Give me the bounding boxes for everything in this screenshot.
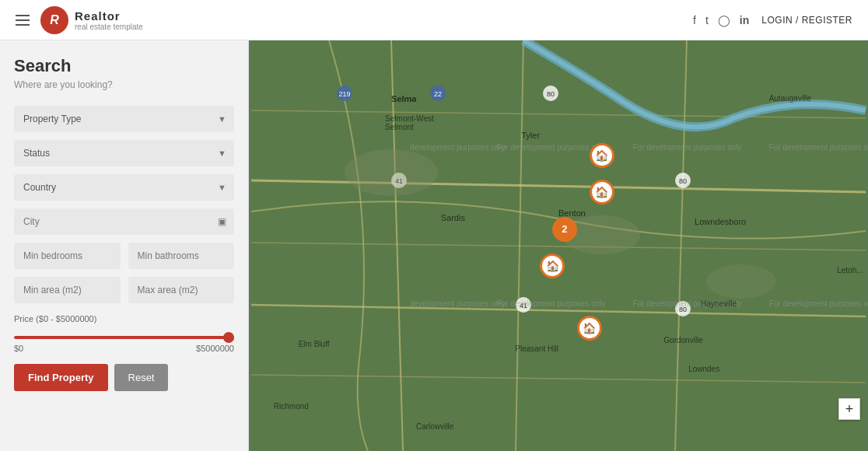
svg-text:80: 80 [679,177,687,185]
logo-subtitle: real estate template [75,23,143,31]
header-left: R Realtor real estate template [16,6,143,34]
area-group [14,277,234,303]
svg-text:22: 22 [434,90,442,98]
globe-icon[interactable]: ◯ [718,14,730,26]
max-area-wrapper [128,277,235,303]
action-buttons: Find Property Reset [14,364,234,391]
facebook-icon[interactable]: f [693,14,696,26]
price-range-labels: $0 $5000000 [14,344,234,353]
price-label: Price ($0 - $5000000) [14,314,234,323]
property-type-group: Property Type House Apartment Commercial… [14,106,234,132]
reset-button[interactable]: Reset [114,364,169,391]
price-min-label: $0 [14,344,23,353]
property-type-select[interactable]: Property Type House Apartment Commercial… [14,106,234,132]
house-icon-1: 🏠 [595,149,608,162]
svg-point-23 [345,149,438,196]
status-select[interactable]: Status For Sale For Rent Sold [14,140,234,166]
min-area-wrapper [14,277,121,303]
city-input[interactable] [14,208,234,235]
country-group: Country USA UK Canada ▼ [14,174,234,201]
linkedin-icon[interactable]: in [740,14,749,26]
min-bedrooms-wrapper [14,243,121,269]
main-content: Search Where are you looking? Property T… [0,40,868,451]
social-icons: f t ◯ in [693,14,749,26]
house-icon-5: 🏠 [583,322,596,334]
logo-icon: R [40,6,68,34]
bedrooms-bathrooms-group [14,243,234,269]
svg-text:41: 41 [520,302,527,309]
zoom-plus-icon: + [845,401,854,418]
search-title: Search [14,56,234,76]
max-area-input[interactable] [128,277,235,303]
map-marker-5[interactable]: 🏠 [577,316,602,341]
city-group: ▣ [14,208,234,235]
svg-text:219: 219 [338,90,350,98]
logo-area: R Realtor real estate template [40,6,143,34]
map-marker-1[interactable]: 🏠 [590,143,614,168]
svg-text:80: 80 [679,306,687,313]
price-max-label: $5000000 [196,344,234,353]
svg-rect-0 [251,40,866,451]
status-group: Status For Sale For Rent Sold ▼ [14,140,234,166]
twitter-icon[interactable]: t [705,14,709,26]
login-register-link[interactable]: LOGIN / REGISTER [761,15,852,26]
zoom-plus-button[interactable]: + [838,398,860,420]
map-background: 80 80 41 41 219 22 80 [249,40,868,451]
hamburger-menu[interactable] [16,15,30,26]
map-marker-2[interactable]: 🏠 [590,180,614,205]
house-icon-4: 🏠 [546,260,559,272]
min-bedrooms-input[interactable] [14,243,121,269]
house-icon-2: 🏠 [595,186,608,198]
min-bathrooms-input[interactable] [128,243,235,269]
header-right: f t ◯ in LOGIN / REGISTER [693,14,852,26]
find-property-button[interactable]: Find Property [14,364,108,391]
search-subtitle: Where are you looking? [14,79,234,90]
svg-point-25 [706,264,776,299]
status-wrapper: Status For Sale For Rent Sold ▼ [14,140,234,166]
map-area: 80 80 41 41 219 22 80 development purpos… [249,40,868,451]
price-slider[interactable] [14,336,234,339]
svg-text:80: 80 [547,90,555,98]
sidebar: Search Where are you looking? Property T… [0,40,249,451]
map-marker-4[interactable]: 🏠 [540,253,565,278]
price-section: Price ($0 - $5000000) $0 $5000000 [14,314,234,353]
country-select[interactable]: Country USA UK Canada [14,174,234,201]
country-wrapper: Country USA UK Canada ▼ [14,174,234,201]
cluster-count: 2 [562,223,567,235]
min-area-input[interactable] [14,277,121,303]
property-type-wrapper: Property Type House Apartment Commercial… [14,106,234,132]
header: R Realtor real estate template f t ◯ in … [0,0,868,40]
city-wrapper: ▣ [14,208,234,235]
map-marker-cluster[interactable]: 2 [552,217,577,242]
city-input-icon: ▣ [218,216,226,227]
logo-text: Realtor real estate template [75,9,143,31]
logo-title: Realtor [75,9,143,23]
min-bathrooms-wrapper [128,243,235,269]
